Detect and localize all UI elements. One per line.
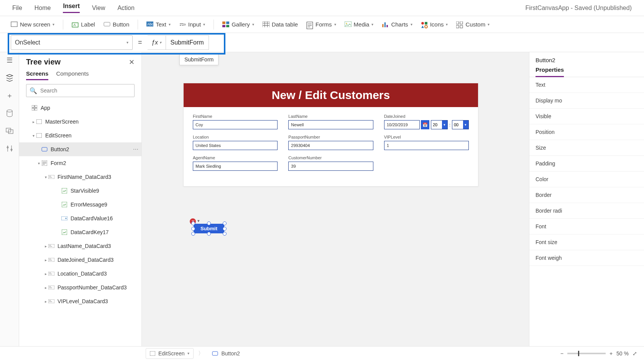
insert-input-button[interactable]: Input▾ [179,21,205,28]
tree-view-icon[interactable] [5,74,14,82]
tree-search-input[interactable]: 🔍 [26,84,135,97]
formula-input[interactable]: SubmitForm [166,39,209,46]
advanced-tools-icon[interactable] [5,144,14,153]
tree-node-masterscreen[interactable]: ▸MasterScreen [19,115,141,129]
agent-input[interactable] [193,162,278,171]
viplevel-input[interactable] [384,141,469,150]
tree-node-datacardkey[interactable]: DataCardKey17 [19,225,141,239]
breadcrumb-screen[interactable]: EditScreen ▾ [146,348,194,359]
tree-node-form2[interactable]: ▾Form2 [19,156,141,170]
fit-screen-icon[interactable]: ⤢ [632,350,637,357]
resize-handle[interactable] [207,232,211,236]
lastname-input[interactable] [288,120,373,129]
tree-node-editscreen[interactable]: ▾EditScreen [19,129,141,142]
calendar-icon[interactable]: 📅 [421,120,429,129]
passport-input[interactable] [288,141,373,150]
property-row[interactable]: Size [529,140,644,156]
close-icon[interactable]: ✕ [129,58,135,66]
location-input[interactable] [193,141,278,150]
canvas-area[interactable]: SubmitForm New / Edit Customers FirstNam… [142,52,529,346]
svg-rect-36 [42,147,47,151]
resize-handle[interactable] [207,221,211,225]
zoom-out-button[interactable]: − [560,350,564,357]
insert-label-button[interactable]: ALabel [72,21,95,28]
zoom-slider[interactable] [567,353,606,354]
property-row[interactable]: Visible [529,109,644,124]
insert-custom-button[interactable]: Custom▾ [456,21,490,28]
datejoined-input[interactable] [384,120,420,129]
fx-icon[interactable]: ƒx▾ [148,36,166,50]
property-selector[interactable]: OnSelect ▾ [11,35,133,50]
svg-text:Abc: Abc [148,22,154,26]
menu-insert[interactable]: Insert [63,3,80,13]
property-row[interactable]: Font weigh [529,250,644,266]
selected-control[interactable]: ✕ ▾ Submit [194,224,224,233]
hamburger-icon[interactable]: ☰ [5,56,14,64]
property-row[interactable]: Border [529,187,644,203]
tab-components[interactable]: Components [56,70,89,80]
intellisense-popup[interactable]: SubmitForm [179,54,219,65]
minute-select[interactable]: 00▾ [452,120,469,129]
tree-node-lastname-card[interactable]: ▸LastName_DataCard3 [19,239,141,253]
insert-media-button[interactable]: Media▾ [345,21,374,28]
resize-handle[interactable] [223,227,227,231]
svg-point-25 [7,110,12,112]
property-row[interactable]: Position [529,124,644,140]
insert-forms-button[interactable]: Forms▾ [306,21,336,28]
insert-gallery-button[interactable]: Gallery▾ [222,21,254,28]
tree-node-firstname-card[interactable]: ▾FirstName_DataCard3 [19,170,141,184]
property-row[interactable]: Border radi [529,203,644,219]
resize-handle[interactable] [223,232,227,236]
tree-node-passport-card[interactable]: ▸PassportNumber_DataCard3 [19,281,141,294]
data-icon[interactable] [5,109,14,117]
more-icon[interactable]: ⋯ [133,146,138,152]
insert-button-button[interactable]: Button [104,21,129,28]
submit-button[interactable]: Submit [194,224,224,233]
insert-data-table-button[interactable]: Data table [263,21,298,28]
insert-icons-button[interactable]: Icons▾ [421,21,448,28]
input-icon [179,21,186,28]
svg-rect-31 [35,105,37,107]
tree-node-button2[interactable]: Button2⋯ [19,142,141,156]
property-row[interactable]: Font [529,219,644,234]
tree-node-datacardvalue[interactable]: DataCardValue16 [19,211,141,225]
insert-charts-button[interactable]: Charts▾ [382,21,412,28]
resize-handle[interactable] [191,232,195,236]
media-panel-icon[interactable] [5,127,14,135]
property-row[interactable]: Color [529,172,644,187]
top-menu-bar: File Home Insert View Action FirstCanvas… [0,0,644,16]
tree-node-datejoined-card[interactable]: ▸DateJoined_DataCard3 [19,253,141,267]
tree-node-errormessage[interactable]: ErrorMessage9 [19,198,141,211]
menu-home[interactable]: Home [34,5,51,12]
svg-point-14 [346,23,347,24]
chevron-down-icon[interactable]: ▾ [197,218,200,223]
property-row[interactable]: Padding [529,156,644,172]
property-row[interactable]: Text [529,77,644,93]
new-screen-button[interactable]: New screen▾ [11,21,54,28]
customer-input[interactable] [288,162,373,171]
resize-handle[interactable] [191,221,195,225]
svg-rect-23 [456,25,459,28]
add-icon[interactable]: ＋ [5,91,14,100]
menu-file[interactable]: File [12,5,22,12]
tab-properties[interactable]: Properties [536,66,564,77]
firstname-input[interactable] [193,120,278,129]
menu-view[interactable]: View [92,5,105,12]
property-row[interactable]: Font size [529,234,644,250]
breadcrumb-control[interactable]: Button2 [208,348,243,359]
tree-node-viplevel-card[interactable]: ▸VIPLevel_DataCard3 [19,294,141,308]
equals-label: = [138,38,142,46]
svg-rect-47 [48,299,54,303]
property-row[interactable]: Display mo [529,93,644,109]
zoom-in-button[interactable]: + [610,350,613,357]
menu-action[interactable]: Action [117,5,134,12]
field-lastname: LastName [288,114,373,129]
tree-node-location-card[interactable]: ▸Location_DataCard3 [19,267,141,281]
resize-handle[interactable] [223,221,227,225]
insert-text-button[interactable]: AbcText▾ [146,21,171,28]
tab-screens[interactable]: Screens [26,70,48,80]
tree-node-starvisible[interactable]: StarVisible9 [19,184,141,198]
hour-select[interactable]: 20▾ [431,120,448,129]
tree-node-app[interactable]: App [19,101,141,115]
resize-handle[interactable] [191,227,195,231]
